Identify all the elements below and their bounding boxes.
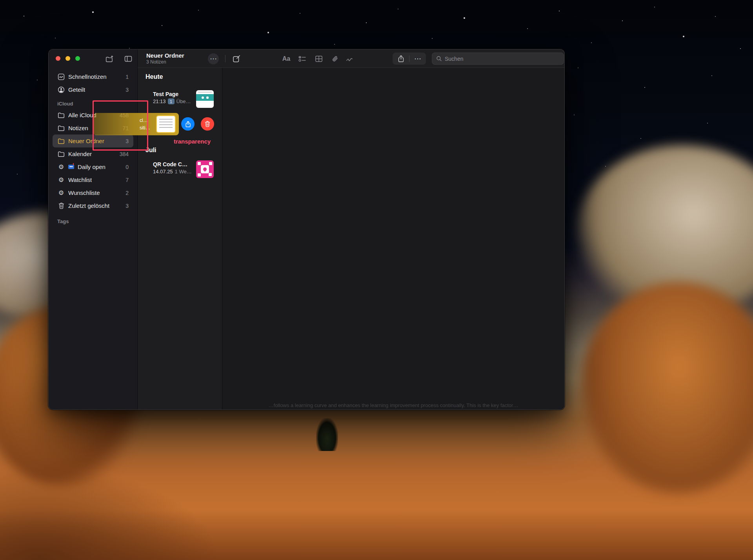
sidebar-item-label: Wunschliste [68,189,100,196]
sidebar-item-label: Notizen [68,125,88,131]
quick-note-icon [57,73,65,80]
note-thumbnail-qr-code [196,160,214,178]
sidebar-item-count: 3 [126,87,129,93]
sidebar-item-label: Kalender [68,151,92,157]
sidebar-section-tags: Tags [53,217,133,225]
note-title: Test Page [153,91,193,97]
note-thumbnail-webpage [196,90,214,108]
toolbar-vertical-separator [225,55,226,62]
table-button[interactable] [313,53,325,65]
share-action-button[interactable] [181,117,195,131]
window-subtitle: 3 Notizen [146,59,184,65]
folder-icon [57,112,65,118]
list-section-header-today: Heute [146,73,222,80]
sidebar-item-wunschliste[interactable]: ⚙ Wunschliste 2 [53,186,133,199]
trash-icon [57,202,65,209]
folder-more-button[interactable]: ⋯ [208,53,219,64]
folder-icon [57,138,65,144]
sidebar-item-watchlist[interactable]: ⚙ Watchlist 7 [53,173,133,186]
note-meta: 14.07.25 1 We… [153,169,193,175]
sidebar-item-label: Alle iCloud [68,112,96,118]
annotation-rectangle [93,100,148,151]
sidebar-item-label: Daily open [78,164,105,170]
fullscreen-button[interactable] [75,56,80,61]
sidebar-item-geteilt[interactable]: Geteilt 3 [53,83,133,96]
list-section-header-july: Juli [146,147,222,154]
search-icon [436,56,442,62]
note-row-test-page[interactable]: Test Page 21:13 1 Übe… [141,88,219,111]
checklist-button[interactable] [296,53,308,65]
window-controls [56,56,80,61]
share-group: ⋯ [393,53,426,65]
smart-folder-gear-icon: ⚙ [57,190,65,196]
new-folder-button[interactable] [104,53,115,65]
search-field[interactable] [432,53,564,65]
minimize-button[interactable] [65,56,70,61]
sidebar-item-zuletzt-geloescht[interactable]: Zuletzt gelöscht 3 [53,199,133,212]
note-count-badge: 1 [168,98,175,104]
share-button[interactable] [393,53,408,65]
sidebar-item-count: 1 [126,74,129,80]
sidebar-item-label: Schnellnotizen [68,73,107,80]
thumbnail-teal-band [196,94,214,101]
search-input[interactable] [445,56,560,62]
delete-action-button[interactable] [201,117,214,131]
dragged-note-thumbnail [156,115,176,133]
note-preview: 1 We… [175,169,192,175]
sidebar-item-count: 3 [126,203,129,209]
folder-icon [57,125,65,131]
toolbar-divider [138,67,564,68]
window-title: Neuer Ordner [146,52,184,59]
smart-folder-gear-icon: ⚙ [57,177,65,183]
close-button[interactable] [56,56,60,61]
sidebar-item-label: Geteilt [68,86,85,93]
compose-note-button[interactable] [231,53,242,65]
folder-icon [57,151,65,157]
note-preview: Übe… [176,98,191,104]
window-title-block: Neuer Ordner 3 Notizen [146,52,184,65]
sidebar-item-count: 2 [126,190,129,196]
toolbar: Neuer Ordner 3 Notizen ⋯ Aa ⋯ [49,49,564,68]
markup-scribble-button[interactable] [344,53,356,65]
note-date: 14.07.25 [153,169,173,175]
mailbox-emoji-icon [68,165,74,169]
smart-folder-gear-icon: ⚙ [57,164,65,170]
sidebar-item-daily-open[interactable]: ⚙ Daily open 0 [53,160,133,173]
toggle-sidebar-button[interactable] [122,53,134,65]
stars [0,0,1,1]
notes-window: Schnellnotizen 1 Geteilt 3 iCloud Alle i… [48,49,565,410]
attachment-paperclip-button[interactable] [329,53,341,65]
pill-separator [409,55,409,62]
note-title: QR Code C… [153,161,193,167]
sidebar-item-label: Zuletzt gelöscht [68,202,109,209]
format-text-button[interactable]: Aa [280,53,292,65]
sidebar-item-count: 384 [120,151,129,157]
note-meta: 21:13 1 Übe… [153,98,193,104]
sidebar-item-count: 0 [126,164,129,170]
note-row-qr-code[interactable]: QR Code C… 14.07.25 1 We… [141,158,219,181]
annotation-transparency-label: transparency [165,138,220,145]
faint-note-text: …follows a learning curve and enhances t… [227,402,560,408]
shared-person-icon [57,86,65,93]
sidebar-item-schnellnotizen[interactable]: Schnellnotizen 1 [53,70,133,83]
note-content-area: …follows a learning curve and enhances t… [222,68,564,409]
sidebar-item-label: Watchlist [68,176,92,183]
tree-silhouette [316,418,338,451]
sidebar-item-count: 7 [126,177,129,183]
qr-center-pin [201,165,209,173]
note-time: 21:13 [153,98,166,104]
overflow-more-button[interactable]: ⋯ [410,53,425,65]
dune-shadow [0,466,220,560]
